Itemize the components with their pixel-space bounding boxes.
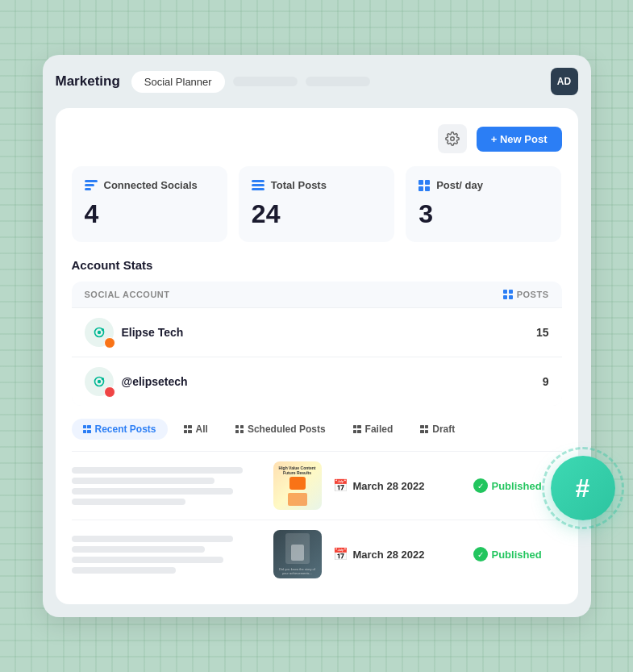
post-text-lines-2 — [72, 536, 262, 574]
tab-recent-posts[interactable]: Recent Posts — [72, 419, 168, 440]
new-post-button[interactable]: + New Post — [477, 127, 562, 152]
stat-card-perday: Post/ day 3 — [406, 166, 561, 242]
grid-icon — [419, 180, 430, 191]
account-stats-table: SOCIAL ACCOUNT POSTS — [72, 282, 562, 406]
stat-card-connected: Connected Socials 4 — [72, 166, 227, 242]
tab-label-all: All — [196, 424, 208, 435]
stat-label-perday: Post/ day — [436, 179, 483, 191]
tab-label-recent: Recent Posts — [95, 424, 156, 435]
calendar-icon-2: 📅 — [333, 547, 348, 561]
tabs-row: Recent Posts All Scheduled Posts Failed … — [72, 419, 562, 440]
thumb-content-2: Did you know the story of your achieveme… — [273, 530, 322, 578]
nav-title: Marketing — [56, 73, 120, 90]
tab-dot-icon — [83, 425, 91, 433]
gear-icon — [445, 131, 460, 146]
settings-button[interactable] — [438, 124, 467, 153]
post-status-label-2: Published — [492, 549, 542, 561]
account-name-2: @elipsetech — [122, 375, 188, 388]
stats-row: Connected Socials 4 Total Posts 24 — [72, 166, 562, 242]
post-row-2: Did you know the story of your achieveme… — [72, 520, 562, 588]
svg-point-0 — [451, 137, 455, 141]
account-info-1: Elipse Tech — [85, 318, 184, 347]
post-status-2: ✓ Published — [473, 547, 562, 561]
post-line — [72, 488, 234, 495]
tab-label-draft: Draft — [432, 424, 455, 435]
post-thumbnail-1: High Value Content Future Results — [273, 461, 322, 510]
post-count-2: 9 — [543, 375, 549, 388]
account-info-2: @elipsetech — [85, 367, 188, 396]
main-card: Marketing Social Planner AD + New Post — [43, 55, 591, 617]
lines-icon — [252, 180, 264, 190]
stat-value-connected: 4 — [85, 199, 214, 229]
post-date-1: March 28 2022 — [353, 480, 425, 492]
header-row: + New Post — [72, 124, 562, 153]
account-avatar-2 — [85, 367, 114, 396]
stat-label-connected: Connected Socials — [104, 179, 198, 191]
post-date-2: March 28 2022 — [353, 549, 425, 561]
thumb-text: High Value Content Future Results — [277, 465, 319, 475]
account-stats-title: Account Stats — [72, 258, 562, 272]
user-avatar[interactable]: AD — [551, 68, 578, 95]
table-row: Elipse Tech 15 — [72, 307, 562, 357]
stat-label-posts: Total Posts — [271, 179, 327, 191]
stat-label-row-1: Connected Socials — [85, 179, 214, 191]
tab-label-scheduled: Scheduled Posts — [248, 424, 326, 435]
post-line — [72, 546, 205, 553]
post-row-1: High Value Content Future Results 📅 Marc… — [72, 451, 562, 520]
stat-label-row-2: Total Posts — [252, 179, 381, 191]
post-line — [72, 467, 243, 474]
post-line — [72, 478, 214, 484]
post-status-label-1: Published — [492, 480, 542, 492]
account-avatar-1 — [85, 318, 114, 347]
stat-label-row-3: Post/ day — [419, 179, 548, 191]
post-line — [72, 557, 224, 563]
svg-point-4 — [101, 328, 103, 331]
nav-tab-active[interactable]: Social Planner — [131, 71, 225, 93]
table-row: @elipsetech 9 — [72, 357, 562, 406]
col-social-label: SOCIAL ACCOUNT — [85, 290, 170, 299]
thumb-figure — [288, 493, 307, 506]
post-count-1: 15 — [536, 326, 549, 339]
tab-draft[interactable]: Draft — [409, 419, 466, 440]
inner-card: + New Post Connected Socials 4 — [56, 108, 578, 604]
stack-icon — [85, 180, 98, 190]
tab-dot-icon-3 — [235, 425, 244, 433]
tab-all[interactable]: All — [173, 419, 219, 440]
tab-dot-icon-5 — [420, 425, 428, 433]
avatar-badge-1 — [104, 337, 115, 349]
post-date-row-1: 📅 March 28 2022 — [333, 478, 462, 493]
svg-point-3 — [97, 331, 100, 334]
post-date-row-2: 📅 March 28 2022 — [333, 547, 462, 561]
thumb-person — [291, 545, 304, 561]
svg-point-7 — [97, 380, 100, 383]
tab-label-failed: Failed — [365, 424, 394, 435]
thumb-content-1: High Value Content Future Results — [273, 461, 322, 510]
hashtag-bubble: # — [551, 456, 615, 520]
hashtag-symbol: # — [576, 474, 590, 503]
tab-scheduled[interactable]: Scheduled Posts — [224, 419, 337, 440]
thumb-caption: Did you know the story of your achieveme… — [277, 567, 319, 575]
nav-tab-2 — [306, 77, 370, 86]
nav-tab-1 — [233, 77, 298, 86]
status-check-icon-2: ✓ — [473, 547, 488, 561]
tab-dot-icon-4 — [353, 425, 361, 433]
tab-dot-icon-2 — [184, 425, 192, 433]
post-line — [72, 567, 177, 574]
stat-card-posts: Total Posts 24 — [239, 166, 394, 242]
stat-value-posts: 24 — [252, 199, 381, 229]
calendar-icon-1: 📅 — [333, 478, 348, 493]
stat-value-perday: 3 — [419, 199, 548, 229]
avatar-badge-2 — [104, 386, 115, 398]
post-line — [72, 536, 234, 542]
account-name-1: Elipse Tech — [122, 326, 184, 339]
col-posts-label: POSTS — [503, 290, 549, 299]
post-thumbnail-2: Did you know the story of your achieveme… — [273, 530, 322, 578]
top-nav: Marketing Social Planner AD — [56, 68, 578, 95]
status-check-icon-1: ✓ — [473, 478, 488, 493]
svg-point-8 — [101, 378, 103, 380]
table-header: SOCIAL ACCOUNT POSTS — [72, 282, 562, 307]
tab-failed[interactable]: Failed — [342, 419, 405, 440]
thumb-figure-2 — [285, 533, 310, 564]
post-text-lines-1 — [72, 467, 262, 505]
posts-grid-icon — [503, 290, 513, 299]
